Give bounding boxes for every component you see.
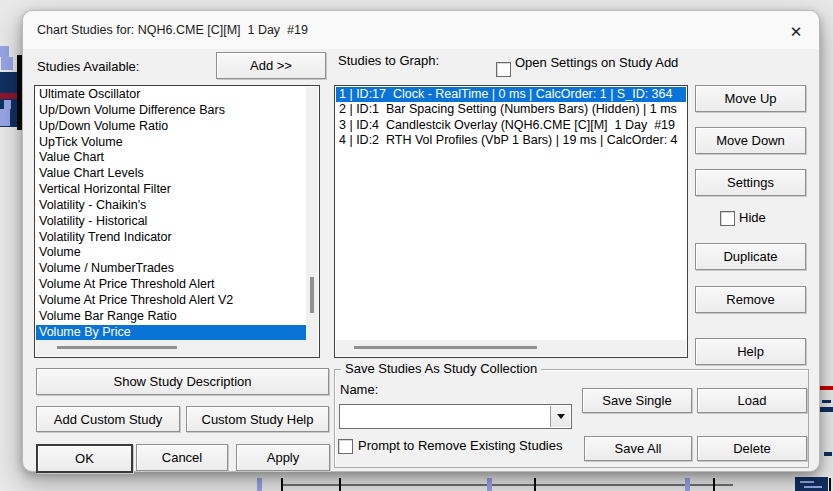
titlebar[interactable]: Chart Studies for: NQH6.CME [C][M] 1 Day…	[23, 11, 819, 49]
study-list-item[interactable]: Up/Down Volume Difference Bars	[36, 103, 306, 119]
background-chart-fragment	[685, 478, 690, 491]
duplicate-button[interactable]: Duplicate	[695, 243, 806, 270]
help-button[interactable]: Help	[695, 338, 806, 365]
graph-study-item[interactable]: 2 | ID:1 Bar Spacing Setting (Numbers Ba…	[336, 102, 686, 117]
studies-available-label: Studies Available:	[37, 59, 139, 74]
background-axis-line	[283, 484, 733, 486]
prompt-remove-checkbox[interactable]	[338, 439, 353, 454]
vertical-scrollbar[interactable]	[306, 87, 318, 340]
name-label: Name:	[340, 382, 378, 397]
background-chart-fragment	[1, 57, 13, 70]
collection-name-combobox[interactable]	[339, 404, 572, 429]
study-list-item[interactable]: Volume	[36, 245, 306, 261]
study-list-item[interactable]: Volume At Price Threshold Alert V2	[36, 293, 306, 309]
apply-button[interactable]: Apply	[236, 444, 330, 471]
horizontal-scrollbar[interactable]	[36, 340, 318, 356]
background-chart-fragment	[534, 478, 536, 491]
study-list-item[interactable]: Vertical Horizontal Filter	[36, 182, 306, 198]
study-list-item[interactable]: UpTick Volume	[36, 135, 306, 151]
background-chart-fragment	[800, 481, 814, 483]
background-chart-fragment	[819, 386, 833, 390]
background-chart-fragment	[804, 486, 822, 488]
graph-study-item[interactable]: 3 | ID:4 Candlestcik Overlay (NQH6.CME […	[336, 118, 686, 133]
studies-to-graph-rows: 1 | ID:17 Clock - RealTime | 0 ms | Calc…	[336, 87, 686, 340]
settings-button[interactable]: Settings	[695, 169, 806, 196]
study-list-item[interactable]: Volatility Trend Indicator	[36, 230, 306, 246]
ok-button[interactable]: OK	[36, 444, 133, 473]
chevron-down-icon	[557, 414, 565, 419]
study-list-item[interactable]: Volume At Price Threshold Alert	[36, 277, 306, 293]
background-chart-fragment	[4, 100, 11, 109]
chart-studies-dialog: Chart Studies for: NQH6.CME [C][M] 1 Day…	[22, 10, 820, 472]
graph-study-item[interactable]: 4 | ID:2 RTH Vol Profiles (VbP 1 Bars) |…	[336, 133, 686, 148]
background-chart-fragment	[281, 478, 283, 491]
studies-to-graph-label: Studies to Graph:	[338, 53, 439, 68]
background-chart-fragment	[822, 400, 831, 403]
background-chart-fragment	[713, 478, 715, 491]
background-chart-fragment	[487, 478, 492, 491]
study-list-item[interactable]: Value Chart	[36, 150, 306, 166]
combobox-dropdown-button[interactable]	[550, 406, 570, 427]
studies-available-rows: Ultimate OscillatorUp/Down Volume Differ…	[36, 87, 306, 340]
vertical-scrollbar-thumb[interactable]	[310, 277, 314, 313]
move-up-button[interactable]: Move Up	[695, 85, 806, 112]
graph-study-item[interactable]: 1 | ID:17 Clock - RealTime | 0 ms | Calc…	[336, 87, 686, 102]
move-down-button[interactable]: Move Down	[695, 127, 806, 154]
background-chart-fragment	[795, 477, 828, 491]
delete-button[interactable]: Delete	[697, 436, 807, 461]
load-button[interactable]: Load	[697, 388, 807, 413]
save-collection-legend: Save Studies As Study Collection	[341, 361, 541, 376]
horizontal-scrollbar-thumb[interactable]	[57, 346, 177, 349]
background-chart-fragment	[339, 478, 341, 491]
open-settings-checkbox-label[interactable]: Open Settings on Study Add	[515, 55, 678, 70]
dialog-title: Chart Studies for: NQH6.CME [C][M] 1 Day…	[37, 23, 308, 37]
background-chart-fragment	[0, 46, 9, 57]
horizontal-scrollbar[interactable]	[336, 340, 686, 356]
background-chart-fragment	[257, 478, 262, 491]
study-list-item[interactable]: Volatility - Historical	[36, 214, 306, 230]
cancel-button[interactable]: Cancel	[136, 444, 228, 471]
screen: Chart Studies for: NQH6.CME [C][M] 1 Day…	[0, 0, 833, 491]
save-single-button[interactable]: Save Single	[582, 388, 692, 413]
study-list-item[interactable]: Volume / NumberTrades	[36, 261, 306, 277]
background-chart-fragment	[819, 407, 833, 412]
background-chart-fragment	[829, 478, 831, 491]
background-chart-fragment	[824, 452, 832, 456]
remove-button[interactable]: Remove	[695, 286, 806, 313]
study-list-item[interactable]: Value Chart Levels	[36, 166, 306, 182]
hide-checkbox-label[interactable]: Hide	[739, 210, 766, 225]
study-list-item[interactable]: Volatility - Chaikin's	[36, 198, 306, 214]
save-all-button[interactable]: Save All	[584, 436, 692, 461]
custom-study-help-button[interactable]: Custom Study Help	[186, 406, 329, 432]
studies-available-list[interactable]: Ultimate OscillatorUp/Down Volume Differ…	[34, 85, 320, 358]
add-custom-study-button[interactable]: Add Custom Study	[36, 406, 180, 432]
hide-checkbox[interactable]	[720, 211, 735, 226]
background-chart-fragment	[0, 93, 18, 99]
add-button[interactable]: Add >>	[216, 52, 326, 79]
studies-to-graph-list[interactable]: 1 | ID:17 Clock - RealTime | 0 ms | Calc…	[334, 85, 688, 358]
background-chart-fragment	[0, 109, 10, 126]
open-settings-checkbox[interactable]	[496, 62, 511, 77]
save-collection-groupbox: Save Studies As Study Collection Name: P…	[334, 369, 809, 468]
study-list-item[interactable]: Volume Bar Range Ratio	[36, 309, 306, 325]
prompt-remove-checkbox-label[interactable]: Prompt to Remove Existing Studies	[358, 438, 562, 453]
show-study-description-button[interactable]: Show Study Description	[36, 368, 329, 395]
study-list-item[interactable]: Ultimate Oscillator	[36, 87, 306, 103]
study-list-item[interactable]: Volume By Price	[36, 325, 306, 340]
study-list-item[interactable]: Up/Down Volume Ratio	[36, 119, 306, 135]
close-icon[interactable]: ✕	[785, 21, 807, 43]
horizontal-scrollbar-thumb[interactable]	[354, 346, 537, 349]
